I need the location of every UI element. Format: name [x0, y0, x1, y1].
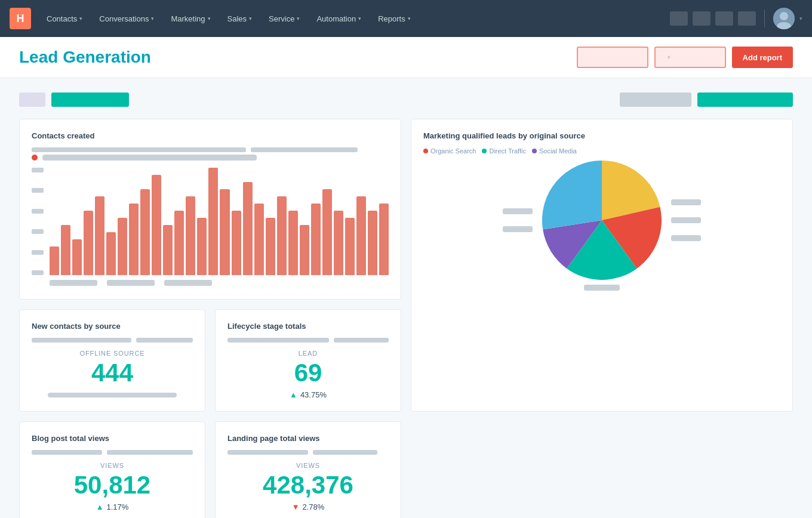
- nav-icon-btn-4[interactable]: [738, 11, 756, 26]
- lifecycle-stage-card: Lifecycle stage totals LEAD 69 ▲ 43.75%: [215, 309, 401, 412]
- landing-metric-label: VIEWS: [227, 462, 389, 469]
- legend-dot-1: [423, 149, 428, 153]
- blog-up-arrow-icon: ▲: [96, 502, 104, 511]
- nav-icon-btn-3[interactable]: [715, 11, 733, 26]
- hubspot-logo[interactable]: H: [10, 8, 31, 29]
- up-arrow-icon: ▲: [290, 390, 297, 399]
- new-contacts-source-card: New contacts by source OFFLINE SOURCE 44…: [19, 309, 205, 412]
- nav-automation[interactable]: Automation ▾: [310, 10, 367, 28]
- navbar-divider: [764, 10, 765, 27]
- mql-title: Marketing qualified leads by original so…: [423, 131, 780, 140]
- lifecycle-metric-label: LEAD: [227, 350, 389, 357]
- legend-label-2: Direct Traffic: [489, 147, 526, 155]
- chevron-down-icon: ▾: [668, 54, 670, 60]
- toolbar-date-range[interactable]: [620, 92, 691, 107]
- pie-label-right-1: [671, 199, 701, 205]
- chart-label-2: [107, 280, 155, 286]
- new-contacts-top-bars: [32, 338, 193, 343]
- bar-item: [140, 168, 150, 275]
- lp-top-bar-2: [313, 450, 377, 455]
- add-report-button[interactable]: Add report: [732, 47, 793, 68]
- pie-chart-svg: [542, 161, 662, 280]
- landing-page-views-card: Landing page total views VIEWS 428,376 ▼…: [215, 421, 401, 518]
- bar-item: [311, 168, 321, 275]
- lifecycle-title: Lifecycle stage totals: [227, 322, 389, 331]
- nav-sales[interactable]: Sales ▾: [222, 10, 259, 28]
- bar-item: [379, 168, 389, 275]
- nav-icon-btn-1[interactable]: [670, 11, 688, 26]
- pie-bottom-label: [423, 285, 780, 291]
- bar-item: [50, 168, 59, 275]
- pie-legend: Organic Search Direct Traffic Social Med…: [423, 147, 780, 155]
- navbar: H Contacts ▾ Conversations ▾ Marketing ▾…: [0, 0, 812, 37]
- new-contacts-metric-value: 444: [32, 359, 193, 387]
- nav-icon-btn-2[interactable]: [693, 11, 710, 26]
- pie-label-left-1: [503, 208, 533, 214]
- legend-item-2: Direct Traffic: [482, 147, 526, 155]
- y-axis-labels: [32, 168, 48, 275]
- lp-top-bar-1: [227, 450, 308, 455]
- legend-dot-3: [532, 149, 537, 153]
- chevron-down-icon: ▾: [358, 16, 361, 21]
- pie-bottom-chip: [584, 285, 620, 291]
- new-contacts-metric-bar: [48, 393, 177, 397]
- y-label-6: [32, 270, 44, 275]
- bar-item: [254, 168, 264, 275]
- bar-item: [197, 168, 207, 275]
- svg-text:H: H: [17, 13, 24, 24]
- filter-button-2[interactable]: ▾: [654, 47, 726, 68]
- nav-marketing[interactable]: Marketing ▾: [165, 10, 216, 28]
- top-bar-1: [32, 147, 246, 152]
- bar-item: [322, 168, 332, 275]
- nav-contacts[interactable]: Contacts ▾: [41, 10, 88, 28]
- landing-page-title: Landing page total views: [227, 434, 389, 443]
- bar-item: [84, 168, 93, 275]
- bar-item: [266, 168, 275, 275]
- avatar-chevron-icon: ▾: [799, 16, 802, 21]
- blog-metric-label: VIEWS: [32, 462, 193, 469]
- nc-top-bar-2: [136, 338, 193, 343]
- blog-post-views-card: Blog post total views VIEWS 50,812 ▲ 1.1…: [19, 421, 205, 518]
- y-label-1: [32, 168, 44, 172]
- bar-item: [152, 168, 161, 275]
- y-label-4: [32, 229, 44, 234]
- legend-label-3: Social Media: [539, 147, 577, 155]
- bar-item: [288, 168, 298, 275]
- toolbar-chip[interactable]: [19, 92, 45, 107]
- lifecycle-metric-change: ▲ 43.75%: [227, 390, 389, 399]
- toolbar-row: [19, 92, 793, 107]
- top-bar-2: [251, 147, 358, 152]
- user-avatar[interactable]: [773, 8, 795, 29]
- bar-item: [220, 168, 229, 275]
- chevron-down-icon: ▾: [151, 16, 154, 21]
- skeleton-line-1: [42, 155, 257, 161]
- nav-reports[interactable]: Reports ▾: [372, 10, 417, 28]
- toolbar-active-filter[interactable]: [51, 92, 129, 107]
- y-label-3: [32, 209, 44, 214]
- bar-item: [277, 168, 287, 275]
- svg-point-3: [780, 12, 788, 20]
- chevron-down-icon: ▾: [297, 16, 300, 21]
- filter-button-1[interactable]: [577, 47, 648, 68]
- landing-metric-change: ▼ 2.78%: [227, 502, 389, 511]
- nav-service[interactable]: Service ▾: [263, 10, 306, 28]
- bar-item: [163, 168, 173, 275]
- dot-red: [32, 155, 38, 161]
- chart-labels: [32, 280, 389, 286]
- dot-row: [32, 155, 389, 161]
- contacts-created-title: Contacts created: [32, 131, 389, 140]
- toolbar-compare[interactable]: [697, 92, 793, 107]
- toolbar-right: [620, 92, 793, 107]
- new-contacts-metric-label: OFFLINE SOURCE: [32, 350, 193, 357]
- nav-conversations[interactable]: Conversations ▾: [93, 10, 160, 28]
- contacts-top-bars: [32, 147, 389, 152]
- navbar-right: ▾: [670, 8, 802, 29]
- landing-top-bars: [227, 450, 389, 455]
- blog-post-title: Blog post total views: [32, 434, 193, 443]
- lc-top-bar-2: [334, 338, 389, 343]
- bar-chart-container: [32, 168, 389, 287]
- bar-item: [300, 168, 309, 275]
- pie-label-right-2: [671, 217, 701, 223]
- legend-item-1: Organic Search: [423, 147, 476, 155]
- bar-item: [186, 168, 195, 275]
